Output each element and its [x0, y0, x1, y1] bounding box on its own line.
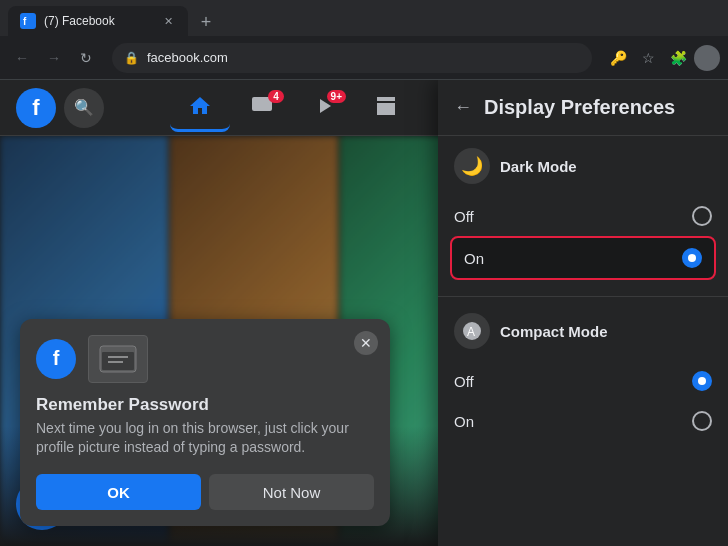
- compact-mode-off-radio[interactable]: [692, 371, 712, 391]
- compact-mode-section: A Compact Mode Off On: [438, 301, 728, 453]
- dark-mode-icon: 🌙: [454, 148, 490, 184]
- compact-mode-on-option[interactable]: On: [454, 401, 712, 441]
- dark-mode-section: 🌙 Dark Mode Off On: [438, 136, 728, 292]
- panel-title: Display Preferences: [484, 96, 675, 119]
- compact-mode-off-label: Off: [454, 373, 474, 390]
- remember-password-popup: ✕ f Remember Password: [20, 319, 390, 526]
- svg-text:f: f: [23, 16, 27, 27]
- remember-fb-logo: f: [36, 339, 76, 379]
- nav-watch[interactable]: 4: [232, 84, 292, 132]
- tab-title: (7) Facebook: [44, 14, 152, 28]
- new-tab-button[interactable]: +: [192, 8, 220, 36]
- browser-tab[interactable]: f (7) Facebook ✕: [8, 6, 188, 36]
- facebook-logo[interactable]: f: [16, 88, 56, 128]
- dark-mode-on-label: On: [464, 250, 484, 267]
- watch-badge: 4: [268, 90, 284, 103]
- panel-header: ← Display Preferences: [438, 80, 728, 136]
- lock-icon: 🔒: [124, 51, 139, 65]
- panel-back-button[interactable]: ←: [454, 97, 472, 118]
- dark-mode-header: 🌙 Dark Mode: [454, 148, 712, 184]
- compact-mode-on-radio[interactable]: [692, 411, 712, 431]
- nav-marketplace[interactable]: [356, 84, 416, 132]
- profile-icon[interactable]: [694, 45, 720, 71]
- svg-text:A: A: [467, 325, 475, 339]
- tab-favicon: f: [20, 13, 36, 29]
- not-now-button[interactable]: Not Now: [209, 474, 374, 510]
- video-badge: 9+: [327, 90, 346, 103]
- compact-mode-on-label: On: [454, 413, 474, 430]
- remember-header: f: [36, 335, 374, 383]
- dark-mode-off-radio[interactable]: [692, 206, 712, 226]
- tab-bar: f (7) Facebook ✕ +: [0, 0, 728, 36]
- dark-mode-on-radio[interactable]: [682, 248, 702, 268]
- compact-mode-off-option[interactable]: Off: [454, 361, 712, 401]
- compact-mode-header: A Compact Mode: [454, 313, 712, 349]
- dark-mode-off-option[interactable]: Off: [454, 196, 712, 236]
- remember-buttons: OK Not Now: [36, 474, 374, 510]
- facebook-search-button[interactable]: 🔍: [64, 88, 104, 128]
- address-bar[interactable]: 🔒 facebook.com: [112, 43, 592, 73]
- panel-divider: [438, 296, 728, 297]
- reload-button[interactable]: ↻: [72, 44, 100, 72]
- nav-home[interactable]: [170, 84, 230, 132]
- dark-mode-on-option[interactable]: On: [450, 236, 716, 280]
- dark-mode-title: Dark Mode: [500, 158, 577, 175]
- display-preferences-panel: ← Display Preferences 🌙 Dark Mode Off On: [438, 80, 728, 546]
- toolbar-right: 🔑 ☆ 🧩: [604, 44, 720, 72]
- ok-button[interactable]: OK: [36, 474, 201, 510]
- tab-close-button[interactable]: ✕: [160, 13, 176, 29]
- extensions-icon[interactable]: 🧩: [664, 44, 692, 72]
- forward-button[interactable]: →: [40, 44, 68, 72]
- remember-title: Remember Password: [36, 395, 374, 415]
- back-button[interactable]: ←: [8, 44, 36, 72]
- facebook-content: f 🔍 4 9+: [0, 80, 728, 546]
- nav-video[interactable]: 9+: [294, 84, 354, 132]
- facebook-feed: f ✕ f: [0, 136, 508, 546]
- compact-mode-icon: A: [454, 313, 490, 349]
- compact-mode-title: Compact Mode: [500, 323, 608, 340]
- browser-toolbar: ← → ↻ 🔒 facebook.com 🔑 ☆ 🧩: [0, 36, 728, 80]
- remember-description: Next time you log in on this browser, ju…: [36, 419, 374, 458]
- star-icon[interactable]: ☆: [634, 44, 662, 72]
- key-icon[interactable]: 🔑: [604, 44, 632, 72]
- remember-browser-image: [88, 335, 148, 383]
- dark-mode-off-label: Off: [454, 208, 474, 225]
- url-text: facebook.com: [147, 50, 580, 65]
- browser-frame: f (7) Facebook ✕ + ← → ↻ 🔒 facebook.com …: [0, 0, 728, 546]
- remember-close-button[interactable]: ✕: [354, 331, 378, 355]
